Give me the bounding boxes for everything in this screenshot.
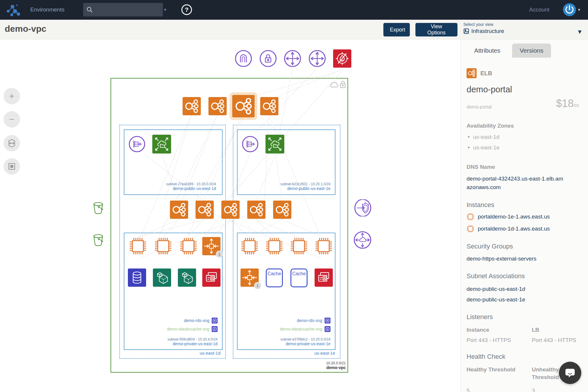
vpc-endpoint-icon[interactable]: [354, 199, 371, 216]
s3-bucket-icon[interactable]: [90, 231, 106, 250]
top-navbar: Environments ▾ ? Account ▾: [0, 0, 588, 20]
lock-icon: [339, 80, 346, 89]
subnet-association-link[interactable]: demo-public-us-east-1d: [467, 285, 584, 293]
unhealthy-threshold-value: 3: [532, 388, 584, 392]
listener-instance-value: Port 443 - HTTPS: [467, 337, 532, 343]
s3-bucket-icon[interactable]: [90, 198, 106, 218]
chat-bubble-icon: [562, 365, 578, 381]
elb-node[interactable]: [221, 201, 240, 219]
ec2-instance-icon[interactable]: [315, 237, 333, 255]
search-icon: [86, 6, 93, 13]
nat-gateway-icon[interactable]: [152, 135, 171, 154]
elb-node[interactable]: [247, 201, 265, 219]
security-groups-heading: Security Groups: [467, 243, 584, 250]
public-subnet-1d-label: subnet-27es8289 - 10.20.0.0/24 demo-publ…: [166, 182, 216, 191]
zoom-out-button[interactable]: −: [4, 111, 20, 128]
elb-node[interactable]: [170, 201, 188, 219]
search-box[interactable]: [83, 3, 163, 16]
elb-node-selected-demo-portal[interactable]: [232, 95, 255, 117]
listener-instance-label: Instance: [467, 326, 532, 334]
attributes-sidebar: Attributes Versions ELB demo-portal demo…: [460, 39, 588, 392]
elb-node[interactable]: [273, 201, 291, 219]
dns-value[interactable]: demo-portal-4324243.us-east-1.elb.amazon…: [467, 174, 564, 192]
ec2-instance-icon[interactable]: [154, 237, 172, 255]
elasticache-sng-row[interactable]: demo-elasticcache-sng: [260, 326, 330, 332]
elb-node[interactable]: [260, 97, 278, 115]
elb-node[interactable]: [196, 201, 214, 219]
vpc-label: 10.20.0.0/21 demo-vpc: [303, 361, 346, 370]
view-selector[interactable]: Select your view Infrastructure: [463, 22, 504, 34]
rds-icon[interactable]: [128, 268, 146, 287]
vpn-gateway-icon[interactable]: [354, 231, 371, 249]
export-button[interactable]: Export: [383, 23, 410, 36]
cache-node[interactable]: Cache: [290, 268, 308, 287]
network-acl-lock-icon[interactable]: [260, 50, 277, 67]
nat-gateway-icon[interactable]: [265, 135, 284, 154]
auto-scaling-icon[interactable]: 1: [202, 237, 220, 255]
tab-attributes[interactable]: Attributes: [467, 44, 508, 58]
listeners-heading: Listeners: [467, 313, 584, 321]
rds-sng-row[interactable]: demo-rds-sng: [260, 318, 330, 323]
instance-row[interactable]: portaldemo-1e-1.aws.east.us: [467, 212, 584, 221]
iam-cards-icon[interactable]: [315, 268, 333, 287]
internet-gateway-icon[interactable]: [235, 50, 252, 67]
ec2-instance-icon: [467, 213, 474, 221]
resource-type-row: ELB: [467, 68, 584, 78]
elb-node[interactable]: [183, 97, 201, 115]
sidebar-tabs: Attributes Versions: [467, 44, 551, 58]
avatar[interactable]: [563, 3, 576, 16]
listener-lb-value: Port 443 - HTTPS: [532, 337, 576, 343]
listener-lb-label: LB: [532, 326, 576, 334]
toolbar: demo-vpc Export View Options Select your…: [0, 20, 588, 39]
view-caret-icon[interactable]: ▼: [577, 29, 583, 35]
public-subnet-1e-label: subnet-b23c2831 - 10.20.1.0/24 demo-publ…: [265, 182, 330, 191]
ec2-instance-icon: [467, 225, 474, 233]
chat-widget-button[interactable]: [559, 362, 581, 384]
private-subnet-1e-labels: demo-rds-sng demo-elasticcache-sng subne…: [260, 318, 330, 346]
security-group-icon: [212, 326, 218, 332]
cache-node[interactable]: Cache: [266, 268, 283, 287]
route-table-icon[interactable]: [242, 136, 258, 152]
instance-row[interactable]: portaldemo-1d-1.aws.east.us: [467, 224, 584, 233]
page-title: demo-vpc: [5, 24, 46, 34]
brand-logo-icon[interactable]: [5, 2, 21, 18]
zoom-in-button[interactable]: +: [4, 88, 20, 104]
resource-subtitle: demo-portal: [467, 104, 492, 110]
search-dropdown-caret-icon[interactable]: ▾: [164, 7, 166, 12]
auto-scaling-icon[interactable]: 1: [240, 268, 259, 287]
nav-environments[interactable]: Environments: [30, 6, 64, 13]
elasticache-node-icon[interactable]: [178, 268, 196, 287]
vpc-router-icon-2[interactable]: [309, 50, 326, 67]
az-label-us-east-1d: us-east-1d: [176, 351, 220, 356]
view-options-button[interactable]: View Options: [415, 23, 457, 36]
ec2-instance-icon[interactable]: [179, 237, 198, 255]
tab-versions[interactable]: Versions: [512, 44, 551, 58]
iam-cards-icon[interactable]: [202, 268, 220, 287]
search-input[interactable]: [93, 7, 160, 13]
healthy-threshold-label: Healthy Threshold: [467, 366, 532, 385]
scaling-count-badge: 1: [216, 251, 223, 258]
ec2-instance-icon[interactable]: [129, 237, 147, 255]
ec2-instance-icon[interactable]: [240, 237, 259, 255]
ec2-instance-icon[interactable]: [265, 237, 283, 255]
center-view-button[interactable]: [4, 158, 20, 175]
account-caret-icon[interactable]: ▾: [578, 7, 580, 12]
subnet-association-link[interactable]: demo-public-us-east-1e: [467, 295, 584, 304]
ec2-instance-icon[interactable]: [290, 237, 308, 255]
elasticache-sng-row[interactable]: demo-elasticcache-sng: [147, 326, 218, 332]
app-root: Environments ▾ ? Account ▾ demo-vpc Expo…: [0, 0, 588, 392]
security-group-link[interactable]: demo-https-external-servers: [467, 254, 584, 263]
instances-heading: Instances: [467, 201, 584, 209]
security-group-icon: [325, 318, 330, 323]
elasticache-node-icon[interactable]: [153, 268, 171, 287]
diagram-canvas[interactable]: 1 1 Cache Cache subnet-27es8289 - 10.20.…: [0, 39, 460, 392]
rds-sng-row[interactable]: demo-rds-sng: [147, 318, 218, 323]
elb-node[interactable]: [208, 97, 227, 115]
vpc-router-icon-1[interactable]: [284, 50, 301, 67]
help-icon[interactable]: ?: [181, 4, 192, 15]
elb-icon: [467, 68, 477, 78]
nav-account[interactable]: Account: [529, 6, 549, 13]
waf-icon[interactable]: [333, 49, 351, 68]
route-table-icon[interactable]: [129, 136, 145, 152]
fit-width-button[interactable]: [4, 135, 20, 151]
